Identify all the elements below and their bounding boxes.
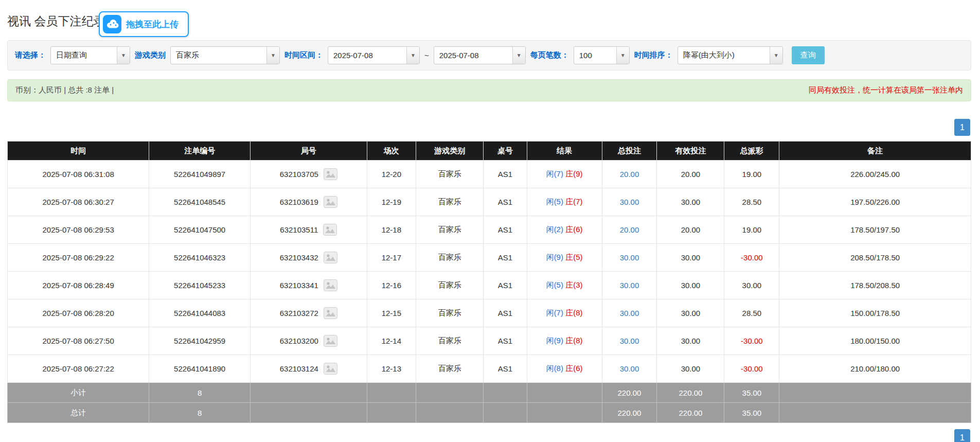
video-replay-icon[interactable] (324, 363, 337, 375)
total-bet-link[interactable]: 30.00 (620, 364, 639, 373)
col-header-valid-bet: 有效投注 (657, 142, 724, 161)
table-row: 2025-07-08 06:28:49 522641045233 6321033… (8, 272, 971, 299)
bet-id-cell: 522641048545 (149, 188, 251, 216)
table-row: 2025-07-08 06:31:08 522641049897 6321037… (8, 161, 971, 188)
upload-dropzone-label: 拖拽至此上传 (126, 19, 179, 30)
result-player: 闲(9) (546, 253, 563, 261)
round-cell: 632103124 (250, 355, 367, 383)
game-type-cell: 百家乐 (416, 216, 484, 244)
date-from-value[interactable] (328, 47, 406, 64)
page-button-1[interactable]: 1 (954, 429, 970, 442)
date-to-value[interactable] (434, 47, 512, 64)
video-replay-icon[interactable] (324, 307, 337, 319)
payout-cell: -30.00 (724, 244, 779, 272)
chevron-down-icon[interactable]: ▼ (512, 47, 525, 64)
chevron-down-icon[interactable]: ▼ (266, 47, 279, 64)
total-bet-cell: 30.00 (602, 355, 657, 383)
chevron-down-icon[interactable]: ▼ (616, 47, 629, 64)
col-header-table-no: 桌号 (484, 142, 527, 161)
total-bet-link[interactable]: 30.00 (620, 253, 639, 262)
bet-id-cell: 522641047500 (149, 216, 251, 244)
session-cell: 12-16 (367, 272, 416, 299)
result-player: 闲(5) (546, 197, 563, 206)
game-type-select[interactable]: ▼ (170, 46, 280, 64)
page-size-value[interactable] (574, 47, 616, 64)
result-cell: 闲(5) 庄(7) (527, 188, 602, 216)
chevron-down-icon[interactable]: ▼ (406, 47, 419, 64)
game-type-cell: 百家乐 (416, 355, 484, 383)
payout-cell: 30.00 (724, 272, 779, 299)
round-id: 632103341 (280, 281, 318, 290)
bet-id-cell: 522641045233 (149, 272, 251, 299)
upload-dropzone[interactable]: 拖拽至此上传 (99, 11, 189, 37)
round-id: 632103432 (280, 253, 318, 262)
video-replay-icon[interactable] (324, 252, 337, 263)
query-type-value[interactable] (51, 47, 117, 64)
total-bet-link[interactable]: 20.00 (620, 170, 639, 179)
round-cell: 632103341 (250, 272, 367, 299)
table-row: 2025-07-08 06:28:20 522641044083 6321032… (8, 299, 971, 327)
summary-bar: 币别：人民币 | 总共 :8 注单 | 同局有效投注，统一计算在该局第一张注单内 (7, 79, 971, 101)
result-cell: 闲(7) 庄(8) (527, 299, 602, 327)
remark-cell: 197.50/226.00 (779, 188, 971, 216)
total-bet-link[interactable]: 20.00 (620, 225, 639, 234)
time-cell: 2025-07-08 06:30:27 (8, 188, 149, 216)
table-row: 2025-07-08 06:29:53 522641047500 6321035… (8, 216, 971, 244)
session-cell: 12-20 (367, 161, 416, 188)
sort-order-label: 时间排序： (634, 50, 673, 60)
col-header-time: 时间 (8, 142, 149, 161)
subtotal-label: 小计 (8, 383, 149, 403)
page-size-select[interactable]: ▼ (574, 46, 630, 64)
query-type-label: 请选择： (15, 50, 46, 60)
video-replay-icon[interactable] (324, 168, 337, 180)
total-bet-cell: 30.00 (602, 272, 657, 299)
video-replay-icon[interactable] (324, 335, 337, 347)
chevron-down-icon[interactable]: ▼ (770, 47, 782, 64)
date-from-select[interactable]: ▼ (328, 46, 420, 64)
valid-bet-cell: 20.00 (657, 161, 724, 188)
total-bet-link[interactable]: 30.00 (620, 281, 639, 290)
video-replay-icon[interactable] (324, 196, 337, 208)
page-button-1[interactable]: 1 (954, 119, 970, 136)
query-type-select[interactable]: ▼ (50, 46, 130, 64)
video-replay-icon[interactable] (323, 224, 337, 236)
game-type-cell: 百家乐 (416, 299, 484, 327)
search-button[interactable]: 查询 (792, 46, 825, 64)
result-player: 闲(5) (546, 280, 563, 289)
table-no-cell: AS1 (484, 244, 527, 272)
valid-bet-cell: 30.00 (657, 244, 724, 272)
cloud-upload-icon (103, 15, 121, 33)
valid-bet-cell: 30.00 (657, 299, 724, 327)
round-cell: 632103619 (250, 188, 367, 216)
table-no-cell: AS1 (484, 188, 527, 216)
bet-id-cell: 522641042959 (149, 327, 251, 355)
pagination-top: 1 (7, 119, 970, 136)
valid-bet-cell: 20.00 (657, 216, 724, 244)
table-no-cell: AS1 (484, 161, 527, 188)
sort-order-select[interactable]: ▼ (678, 46, 783, 64)
round-id: 632103124 (280, 364, 318, 373)
result-banker: 庄(8) (565, 336, 582, 345)
result-banker: 庄(7) (565, 197, 582, 206)
remark-cell: 178.50/208.50 (779, 272, 971, 299)
page-root: 视讯 会员下注纪录 拖 (0, 0, 980, 442)
bet-id-cell: 522641049897 (149, 161, 251, 188)
session-cell: 12-18 (367, 216, 416, 244)
video-replay-icon[interactable] (324, 279, 337, 291)
table-footer: 小计 8 220.00 220.00 35.00 总计 8 220.00 220… (8, 383, 971, 423)
date-range-label: 时间区间： (284, 50, 323, 60)
result-cell: 闲(9) 庄(8) (527, 327, 602, 355)
round-cell: 632103272 (250, 299, 367, 327)
date-to-select[interactable]: ▼ (434, 46, 526, 64)
currency-summary-text: 币别：人民币 | 总共 :8 注单 | (15, 85, 114, 95)
total-bet-link[interactable]: 30.00 (620, 198, 639, 206)
result-banker: 庄(5) (565, 253, 582, 261)
table-no-cell: AS1 (484, 216, 527, 244)
chevron-down-icon[interactable]: ▼ (117, 47, 130, 64)
total-bet-cell: 30.00 (602, 188, 657, 216)
sort-order-value[interactable] (678, 47, 770, 64)
game-type-value[interactable] (171, 47, 266, 64)
bet-id-cell: 522641041890 (149, 355, 251, 383)
total-bet-link[interactable]: 30.00 (620, 337, 639, 345)
total-bet-link[interactable]: 30.00 (620, 309, 639, 317)
